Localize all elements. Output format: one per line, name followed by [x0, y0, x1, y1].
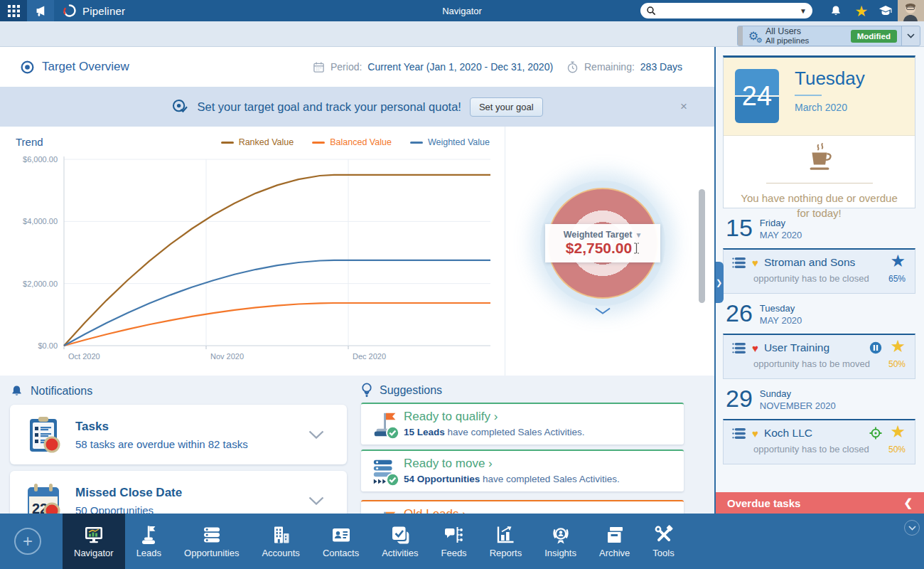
gauge-dropdown-caret[interactable]: ▼ [635, 231, 642, 239]
legend-balanced-value[interactable]: Balanced Value [312, 137, 392, 147]
user-avatar[interactable] [898, 0, 924, 21]
tasks-icon [24, 415, 63, 454]
ready-to-qualify-card[interactable]: Ready to qualify › 15 Leads have complet… [361, 403, 684, 445]
tasks-notification-card[interactable]: Tasks 58 tasks are overdue within 82 tas… [10, 405, 347, 464]
nav-item-activities[interactable]: Activities [370, 514, 429, 569]
vertical-scrollbar[interactable] [699, 189, 705, 303]
star-icon[interactable]: ★ [890, 252, 906, 270]
suggestion-title[interactable]: Old Leads › [404, 501, 684, 514]
nav-item-opportunities[interactable]: Opportunities [173, 514, 250, 569]
group-day: 15 [726, 216, 753, 240]
banner-message: Set your target goal and track your pers… [197, 100, 461, 114]
today-weekday: Tuesday [795, 68, 865, 90]
chevron-down-icon[interactable] [308, 430, 324, 439]
notification-title: Tasks [75, 420, 248, 434]
suggestion-title[interactable]: Ready to qualify › [404, 404, 684, 424]
star-icon[interactable]: ★ [890, 338, 906, 355]
heart-icon: ♥ [752, 343, 758, 353]
period-value[interactable]: Current Year (Jan 1, 2020 - Dec 31, 2020… [367, 61, 553, 73]
list-icon [732, 342, 746, 354]
task-percent: 50% [888, 445, 906, 454]
overdue-tasks-bar[interactable]: Overdue tasks ❮ [716, 492, 924, 514]
brand-name: Pipeliner [82, 5, 125, 17]
scope-pipelines: All pipelines [765, 36, 851, 46]
svg-text:Dec 2020: Dec 2020 [353, 352, 386, 361]
megaphone-icon [34, 4, 48, 18]
legend-ranked-value[interactable]: Ranked Value [221, 137, 294, 147]
task-card[interactable]: ♥ Koch LLC opportunity has to be closed … [723, 419, 915, 464]
gauge-expand-chevron[interactable] [542, 304, 663, 317]
chart-legend: Ranked Value Balanced Value Weighted Val… [221, 137, 490, 147]
nav-item-leads[interactable]: Leads [125, 514, 173, 569]
notifications-title: Notifications [31, 385, 92, 398]
old-leads-card[interactable]: Old Leads › [361, 500, 684, 514]
nav-item-feeds[interactable]: Feeds [429, 514, 478, 569]
graduation-cap-icon [879, 5, 893, 17]
legend-swatch [312, 142, 325, 144]
chevron-down-icon[interactable] [308, 496, 324, 505]
group-month: MAY 2020 [760, 230, 802, 240]
learning-button[interactable] [874, 0, 897, 21]
notifications-section: Notifications Tasks 58 tasks are overdue… [10, 384, 347, 514]
search-dropdown-caret[interactable]: ▼ [800, 7, 807, 15]
notifications-bell-button[interactable] [824, 0, 847, 21]
target-icon [20, 60, 35, 75]
star-icon[interactable]: ★ [890, 423, 906, 440]
task-card[interactable]: ♥ Stroman and Sons opportunity has to be… [723, 248, 915, 294]
favorites-button[interactable]: ★ [850, 0, 873, 21]
goal-banner: Set your target goal and track your pers… [0, 87, 714, 127]
pipeliner-logo[interactable]: Pipeliner [63, 4, 125, 18]
star-icon: ★ [855, 4, 869, 18]
search-input[interactable] [656, 6, 800, 16]
announcements-button[interactable] [27, 0, 54, 21]
activity-sidebar: ❯ 24 Tuesday March 2020 You have nothing… [714, 47, 924, 514]
move-list-icon [371, 457, 401, 487]
missed-close-date-icon: 22 [24, 482, 63, 514]
feeds-icon [444, 524, 465, 546]
gauge-label[interactable]: Weighted Target [564, 230, 633, 240]
lightbulb-icon [361, 383, 372, 398]
navigator-icon [83, 524, 104, 546]
nav-collapse-button[interactable] [904, 520, 920, 536]
target-gauge[interactable]: Weighted Target▼ $2,750.00 [542, 185, 663, 317]
nav-item-archive[interactable]: Archive [588, 514, 641, 569]
nav-item-accounts[interactable]: Accounts [250, 514, 311, 569]
accounts-icon [270, 524, 291, 546]
modified-badge: Modified [851, 30, 897, 43]
nav-item-contacts[interactable]: Contacts [311, 514, 370, 569]
legend-weighted-value[interactable]: Weighted Value [410, 137, 490, 147]
svg-text:$6,000.00: $6,000.00 [23, 155, 58, 164]
nav-item-tools[interactable]: Tools [641, 514, 685, 569]
ready-to-move-card[interactable]: Ready to move › 54 Opportunities have co… [361, 450, 684, 491]
group-day: 29 [726, 386, 753, 410]
global-search[interactable]: ▼ [640, 3, 812, 18]
nav-item-insights[interactable]: Insights [533, 514, 588, 569]
svg-text:Nov 2020: Nov 2020 [210, 352, 244, 361]
chevron-left-icon[interactable]: ❮ [903, 496, 913, 509]
task-name[interactable]: Stroman and Sons [764, 256, 855, 269]
task-description: opportunity has to be closed [753, 273, 908, 284]
drag-grip[interactable] [738, 26, 743, 46]
period-label: Period: [331, 61, 362, 73]
underline-rule [795, 95, 822, 96]
close-icon[interactable]: × [680, 100, 687, 114]
nav-item-reports[interactable]: Reports [478, 514, 534, 569]
insights-icon [550, 524, 571, 546]
suggestion-title[interactable]: Ready to move › [404, 451, 684, 471]
old-leads-flag-icon [371, 508, 401, 514]
task-name[interactable]: User Training [764, 341, 829, 354]
missed-close-date-card[interactable]: 22 Missed Close Date 50 Opportunities [10, 471, 347, 514]
task-name[interactable]: Koch LLC [764, 427, 812, 440]
app-grid-button[interactable] [0, 0, 27, 21]
scope-dropdown-button[interactable] [901, 26, 920, 46]
scope-selector[interactable]: ⚙⚙ All Users All pipelines Modified [737, 26, 920, 46]
set-goal-button[interactable]: Set your goal [470, 97, 543, 117]
add-new-button[interactable]: + [14, 528, 41, 555]
suggestion-text: have completed Sales Activities. [480, 474, 620, 484]
sidebar-collapse-handle[interactable]: ❯ [714, 262, 724, 303]
text-cursor-icon [633, 243, 640, 254]
nav-item-navigator[interactable]: Navigator [63, 514, 125, 569]
opportunities-icon [201, 524, 222, 546]
gauge-value[interactable]: $2,750.00 [566, 240, 632, 257]
task-card[interactable]: ♥ User Training opportunity has to be mo… [723, 334, 915, 379]
